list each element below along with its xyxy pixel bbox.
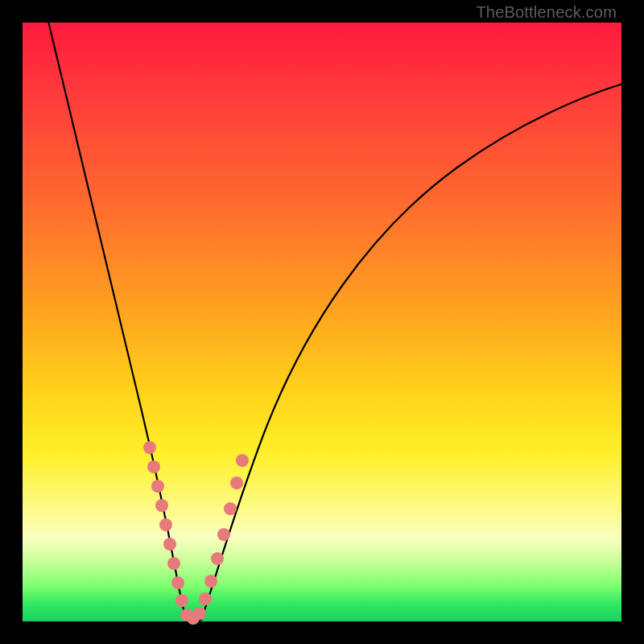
svg-point-0 xyxy=(143,441,156,454)
svg-point-12 xyxy=(199,592,212,605)
svg-point-13 xyxy=(204,575,217,588)
highlight-dots xyxy=(143,441,249,625)
svg-point-16 xyxy=(224,502,237,515)
chart-frame xyxy=(23,23,621,621)
svg-point-1 xyxy=(147,460,160,473)
curve-right-branch xyxy=(201,84,623,620)
svg-point-8 xyxy=(175,594,188,607)
watermark-text: TheBottleneck.com xyxy=(476,3,617,22)
svg-point-15 xyxy=(217,528,230,541)
svg-point-6 xyxy=(167,557,180,570)
svg-point-7 xyxy=(171,576,184,589)
svg-point-3 xyxy=(155,499,168,512)
svg-point-11 xyxy=(193,607,206,620)
bottleneck-curve xyxy=(23,23,621,621)
svg-point-4 xyxy=(159,518,172,531)
svg-point-17 xyxy=(230,477,243,489)
svg-point-2 xyxy=(151,480,164,493)
svg-point-14 xyxy=(211,552,224,565)
svg-point-5 xyxy=(163,538,176,551)
svg-point-18 xyxy=(236,454,249,467)
